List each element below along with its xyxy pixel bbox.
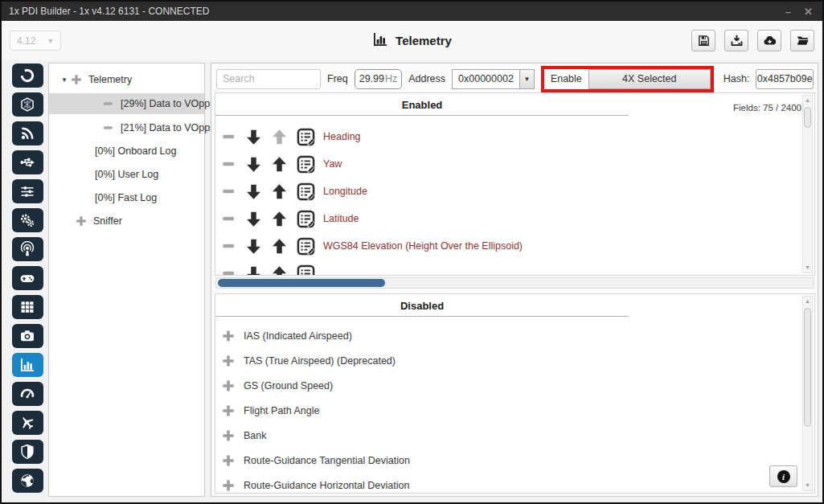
- tree-panel: ▼ Telemetry [29%] Data to VOpps [21%] Da…: [48, 63, 205, 497]
- disabled-field-row: Bank: [221, 423, 814, 448]
- cloud-download-button[interactable]: [757, 30, 781, 51]
- tree-item-label: [21%] Data to VOpps: [121, 122, 215, 133]
- add-field-button[interactable]: [221, 379, 236, 393]
- plus-icon: [75, 215, 88, 227]
- scrollbar-thumb[interactable]: [218, 279, 385, 287]
- add-field-button[interactable]: [221, 354, 236, 368]
- remove-field-button[interactable]: [221, 211, 237, 227]
- remove-field-button[interactable]: [221, 265, 237, 276]
- move-up-button[interactable]: [270, 210, 289, 228]
- scrollbar-thumb[interactable]: [804, 308, 811, 427]
- close-button[interactable]: ✕: [804, 6, 813, 17]
- move-up-button[interactable]: [270, 264, 289, 277]
- tree-item-label: [29%] Data to VOpps: [121, 98, 215, 109]
- enabled-list: Heading Yaw Longitude Latitude WGS84 Ele…: [215, 116, 814, 276]
- dash-icon: [102, 97, 115, 110]
- icon-sidebar: [6, 63, 48, 497]
- field-label: Latitude: [323, 213, 359, 224]
- remove-field-button[interactable]: [221, 129, 237, 145]
- sidebar-item-shield[interactable]: [12, 440, 43, 464]
- enabled-field-row: [221, 260, 814, 276]
- move-down-button[interactable]: [244, 237, 263, 256]
- edit-field-button[interactable]: [296, 209, 316, 229]
- import-button[interactable]: [724, 30, 748, 51]
- hex-network-icon: [19, 96, 35, 113]
- field-label: Route-Guidance Tangential Deviation: [244, 455, 410, 466]
- add-field-button[interactable]: [221, 404, 236, 418]
- tree-item-sniffer[interactable]: Sniffer: [49, 211, 204, 231]
- info-icon: i: [777, 470, 790, 483]
- scrollbar-thumb[interactable]: [804, 107, 811, 128]
- telemetry-main-panel: Freq 29.99 Hz Address 0x00000002 ▼ Enabl…: [211, 63, 818, 497]
- remove-field-button[interactable]: [221, 183, 237, 199]
- save-button[interactable]: [691, 30, 715, 51]
- sidebar-item-telemetry[interactable]: [12, 353, 43, 377]
- sidebar-item-gauge[interactable]: [12, 382, 43, 406]
- sidebar-item-globe[interactable]: [12, 469, 43, 493]
- open-file-button[interactable]: [790, 30, 814, 51]
- tree-item-fast-log[interactable]: [0%] Fast Log: [49, 188, 204, 207]
- toolbar: 4.12 ▼ Telemetry: [2, 21, 822, 60]
- sidebar-item-settings[interactable]: [12, 179, 43, 203]
- sidebar-item-blocks[interactable]: [12, 295, 43, 319]
- edit-field-button[interactable]: [296, 127, 316, 147]
- add-field-button[interactable]: [221, 453, 236, 468]
- enable-selection-button[interactable]: 4X Selected: [588, 69, 711, 89]
- horizontal-scrollbar[interactable]: [215, 277, 814, 289]
- sidebar-item-airplane[interactable]: [12, 411, 43, 435]
- scroll-down-icon[interactable]: ▼: [805, 481, 810, 490]
- move-down-button[interactable]: [244, 155, 263, 174]
- bar-chart-icon: [19, 357, 35, 373]
- enabled-vertical-scrollbar[interactable]: ▲ ▼: [802, 95, 813, 273]
- move-down-button[interactable]: [244, 210, 263, 228]
- edit-field-button[interactable]: [296, 182, 316, 202]
- version-dropdown[interactable]: 4.12 ▼: [10, 31, 61, 51]
- remove-field-button[interactable]: [221, 156, 237, 172]
- remove-field-button[interactable]: [221, 238, 237, 254]
- add-field-button[interactable]: [221, 478, 236, 493]
- enabled-field-row: WGS84 Elevation (Height Over the Ellipso…: [221, 232, 814, 260]
- move-down-button[interactable]: [244, 128, 263, 146]
- scroll-up-icon[interactable]: ▲: [805, 96, 810, 105]
- move-up-button[interactable]: [270, 128, 289, 146]
- minimize-button[interactable]: –: [785, 6, 791, 17]
- scroll-down-icon[interactable]: ▼: [805, 263, 810, 272]
- tree-item-label: [0%] Fast Log: [95, 192, 157, 203]
- freq-input[interactable]: 29.99 Hz: [355, 69, 402, 89]
- address-dropdown[interactable]: 0x00000002 ▼: [452, 69, 535, 89]
- chevron-down-icon[interactable]: ▼: [519, 70, 534, 88]
- add-field-button[interactable]: [221, 428, 236, 443]
- sidebar-item-signal[interactable]: [12, 121, 43, 145]
- sidebar-item-broadcast[interactable]: [12, 237, 43, 261]
- move-down-button[interactable]: [244, 264, 263, 277]
- disabled-vertical-scrollbar[interactable]: ▲ ▼: [802, 296, 813, 491]
- enabled-field-row: Longitude: [221, 178, 814, 205]
- freq-unit: Hz: [385, 73, 397, 84]
- sidebar-item-camera[interactable]: [12, 324, 43, 348]
- tree-item-data-to-vopps-21[interactable]: [21%] Data to VOpps: [49, 118, 204, 137]
- add-field-button[interactable]: [221, 329, 236, 343]
- edit-field-button[interactable]: [296, 236, 316, 256]
- sidebar-item-joystick[interactable]: [12, 266, 43, 290]
- window-title: 1x PDI Builder - 1x v4.12 6131 - CONNECT…: [9, 6, 209, 17]
- move-down-button[interactable]: [244, 182, 263, 201]
- sidebar-item-automations[interactable]: [12, 208, 43, 232]
- search-input[interactable]: [216, 69, 321, 89]
- edit-field-button[interactable]: [296, 154, 316, 174]
- tree-item-user-log[interactable]: [0%] User Log: [49, 165, 204, 184]
- move-up-button[interactable]: [270, 182, 289, 201]
- enabled-header: Enabled: [215, 93, 629, 116]
- move-up-button[interactable]: [270, 237, 289, 256]
- sidebar-item-network[interactable]: [12, 92, 43, 117]
- move-up-button[interactable]: [270, 155, 289, 174]
- tree-item-telemetry[interactable]: ▼ Telemetry: [49, 70, 204, 89]
- info-button[interactable]: i: [769, 465, 797, 487]
- collapse-arrow-icon[interactable]: ▼: [59, 76, 70, 84]
- edit-field-button[interactable]: [296, 264, 316, 277]
- scroll-up-icon[interactable]: ▲: [805, 297, 810, 306]
- tree-item-data-to-vopps-29[interactable]: [29%] Data to VOpps: [49, 93, 204, 114]
- sidebar-item-usb[interactable]: [12, 150, 43, 174]
- tree-item-onboard-log[interactable]: [0%] Onboard Log: [49, 141, 204, 161]
- fields-count: Fields: 75 / 2400: [733, 103, 801, 113]
- sidebar-item-veronte[interactable]: [12, 64, 43, 88]
